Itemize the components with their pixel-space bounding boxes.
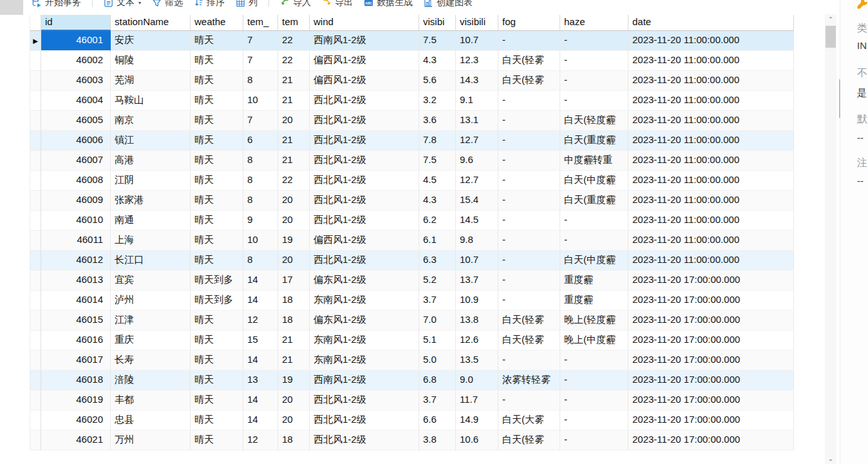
cell-weathe[interactable]: 晴天 xyxy=(191,231,243,251)
cell-weathe[interactable]: 晴天 xyxy=(191,131,243,151)
cell-haze[interactable]: - xyxy=(560,351,628,371)
cell-visibili[interactable]: 9.1 xyxy=(456,91,498,111)
cell-visibi[interactable]: 5.0 xyxy=(419,351,456,371)
cell-tem_[interactable]: 14 xyxy=(243,351,278,371)
cell-visibi[interactable]: 3.6 xyxy=(419,111,456,131)
cell-id[interactable]: 46011 xyxy=(41,231,111,251)
cell-id[interactable]: 46018 xyxy=(41,371,111,391)
cell-visibi[interactable]: 7.8 xyxy=(419,131,456,151)
cell-haze[interactable]: 晚上(中度霾 xyxy=(560,331,628,351)
cell-id[interactable]: 46019 xyxy=(41,391,111,411)
cell-tem[interactable]: 18 xyxy=(278,291,310,311)
cell-weathe[interactable]: 晴天 xyxy=(191,311,243,331)
cell-haze[interactable]: - xyxy=(560,51,628,71)
cell-id[interactable]: 46017 xyxy=(41,351,111,371)
cell-fog[interactable]: - xyxy=(498,151,560,171)
cell-tem[interactable]: 18 xyxy=(278,311,310,331)
cell-haze[interactable]: - xyxy=(560,411,628,430)
cell-id[interactable]: 46004 xyxy=(41,91,111,111)
cell-haze[interactable]: - xyxy=(560,71,628,91)
cell-id[interactable]: 46009 xyxy=(41,191,111,211)
cell-weathe[interactable]: 晴天 xyxy=(191,331,243,351)
cell-date[interactable]: 2023-11-20 11:00:00.000 xyxy=(628,151,794,171)
cell-haze[interactable]: - xyxy=(560,371,628,391)
row-gutter[interactable] xyxy=(30,111,41,131)
cell-tem_[interactable]: 7 xyxy=(243,31,278,51)
column-header-wind[interactable]: wind xyxy=(310,15,419,31)
cell-date[interactable]: 2023-11-20 17:00:00.000 xyxy=(628,331,794,351)
row-gutter[interactable] xyxy=(30,411,41,430)
cell-date[interactable]: 2023-11-20 17:00:00.000 xyxy=(628,311,794,331)
toolbar-button-begin-transaction[interactable]: 开始事务 xyxy=(32,0,81,8)
cell-tem_[interactable]: 7 xyxy=(243,51,278,71)
grid-corner-cell[interactable] xyxy=(30,15,41,31)
cell-weathe[interactable]: 晴天 xyxy=(191,211,243,231)
cell-fog[interactable]: - xyxy=(498,351,560,371)
cell-tem[interactable]: 21 xyxy=(278,151,310,171)
cell-stationName[interactable]: 马鞍山 xyxy=(111,91,191,111)
column-header-visibili[interactable]: visibili xyxy=(456,15,498,31)
cell-fog[interactable]: - xyxy=(498,191,560,211)
cell-tem[interactable]: 21 xyxy=(278,351,310,371)
cell-tem_[interactable]: 8 xyxy=(243,71,278,91)
cell-id[interactable]: 46007 xyxy=(41,151,111,171)
cell-tem_[interactable]: 10 xyxy=(243,91,278,111)
cell-visibi[interactable]: 5.1 xyxy=(419,331,456,351)
cell-visibili[interactable]: 12.7 xyxy=(456,131,498,151)
cell-haze[interactable]: 白天(中度霾 xyxy=(560,251,628,271)
cell-tem[interactable]: 21 xyxy=(278,131,310,151)
cell-wind[interactable]: 东南风1-2级 xyxy=(310,331,419,351)
cell-fog[interactable]: - xyxy=(498,91,560,111)
cell-visibi[interactable]: 6.3 xyxy=(419,251,456,271)
cell-stationName[interactable]: 镇江 xyxy=(111,131,191,151)
cell-visibi[interactable]: 3.2 xyxy=(419,91,456,111)
cell-fog[interactable]: - xyxy=(498,211,560,231)
cell-stationName[interactable]: 南京 xyxy=(111,111,191,131)
cell-visibili[interactable]: 12.6 xyxy=(456,331,498,351)
cell-wind[interactable]: 西北风1-2级 xyxy=(310,111,419,131)
cell-wind[interactable]: 西北风1-2级 xyxy=(310,391,419,411)
cell-wind[interactable]: 偏东风1-2级 xyxy=(310,311,419,331)
cell-visibili[interactable]: 9.6 xyxy=(456,151,498,171)
cell-stationName[interactable]: 上海 xyxy=(111,231,191,251)
cell-visibi[interactable]: 7.0 xyxy=(419,311,456,331)
cell-stationName[interactable]: 铜陵 xyxy=(111,51,191,71)
cell-tem_[interactable]: 14 xyxy=(243,391,278,411)
toolbar-button-text[interactable]: 文本▾ xyxy=(104,0,141,8)
cell-wind[interactable]: 偏西风1-2级 xyxy=(310,231,419,251)
cell-tem[interactable]: 20 xyxy=(278,191,310,211)
cell-visibi[interactable]: 5.6 xyxy=(419,71,456,91)
cell-fog[interactable]: - xyxy=(498,291,560,311)
cell-haze[interactable]: 白天(重度霾 xyxy=(560,131,628,151)
cell-wind[interactable]: 东南风1-2级 xyxy=(310,291,419,311)
cell-weathe[interactable]: 晴天 xyxy=(191,151,243,171)
cell-visibili[interactable]: 12.3 xyxy=(456,51,498,71)
cell-visibi[interactable]: 3.7 xyxy=(419,391,456,411)
cell-visibi[interactable]: 6.2 xyxy=(419,211,456,231)
cell-wind[interactable]: 偏西风1-2级 xyxy=(310,51,419,71)
cell-id[interactable]: 46005 xyxy=(41,111,111,131)
cell-haze[interactable]: 中度霾转重 xyxy=(560,151,628,171)
current-row-marker[interactable]: ▶ xyxy=(30,31,41,51)
cell-haze[interactable]: 白天(中度霾 xyxy=(560,171,628,191)
cell-tem_[interactable]: 8 xyxy=(243,151,278,171)
cell-haze[interactable]: - xyxy=(560,91,628,111)
row-gutter[interactable] xyxy=(30,51,41,71)
scroll-down-icon[interactable]: ⌄ xyxy=(825,454,836,464)
cell-tem[interactable]: 20 xyxy=(278,111,310,131)
cell-visibili[interactable]: 13.5 xyxy=(456,351,498,371)
cell-tem_[interactable]: 13 xyxy=(243,371,278,391)
cell-haze[interactable]: - xyxy=(560,391,628,411)
cell-date[interactable]: 2023-11-20 17:00:00.000 xyxy=(628,411,794,430)
row-gutter[interactable] xyxy=(30,171,41,191)
cell-stationName[interactable]: 万州 xyxy=(111,430,191,450)
column-header-date[interactable]: date xyxy=(628,15,794,31)
cell-tem_[interactable]: 12 xyxy=(243,311,278,331)
toolbar-button-filter[interactable]: 筛选 xyxy=(152,0,183,8)
cell-date[interactable]: 2023-11-20 11:00:00.000 xyxy=(628,71,794,91)
cell-weathe[interactable]: 晴天 xyxy=(191,371,243,391)
cell-date[interactable]: 2023-11-20 11:00:00.000 xyxy=(628,31,794,51)
cell-id[interactable]: 46015 xyxy=(41,311,111,331)
cell-tem_[interactable]: 8 xyxy=(243,171,278,191)
cell-fog[interactable]: - xyxy=(498,231,560,251)
